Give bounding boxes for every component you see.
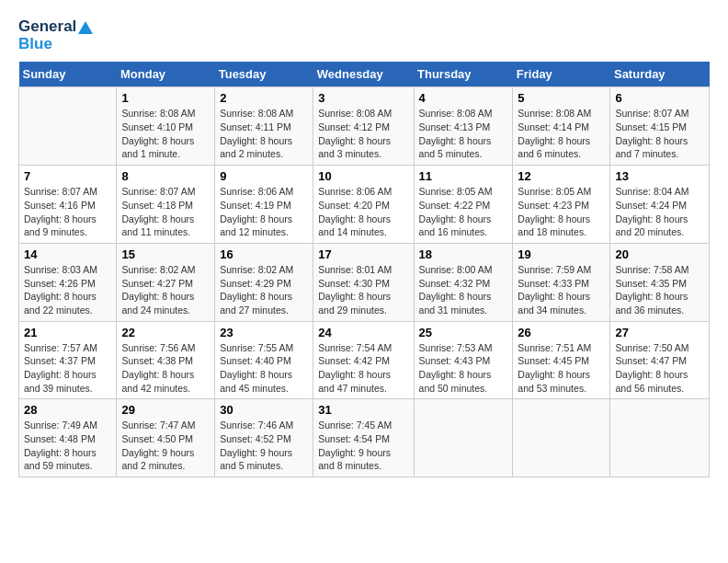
day-info: Sunrise: 8:08 AM Sunset: 4:13 PM Dayligh… xyxy=(419,107,508,161)
day-number: 10 xyxy=(318,169,408,183)
calendar-cell: 22Sunrise: 7:56 AM Sunset: 4:38 PM Dayli… xyxy=(117,321,215,399)
calendar-cell: 15Sunrise: 8:02 AM Sunset: 4:27 PM Dayli… xyxy=(117,243,215,321)
calendar-cell: 26Sunrise: 7:51 AM Sunset: 4:45 PM Dayli… xyxy=(513,321,610,399)
day-info: Sunrise: 8:08 AM Sunset: 4:10 PM Dayligh… xyxy=(121,107,210,161)
calendar-cell: 17Sunrise: 8:01 AM Sunset: 4:30 PM Dayli… xyxy=(313,243,414,321)
day-number: 2 xyxy=(220,91,308,105)
calendar-cell: 5Sunrise: 8:08 AM Sunset: 4:14 PM Daylig… xyxy=(513,87,610,166)
calendar-cell: 9Sunrise: 8:06 AM Sunset: 4:19 PM Daylig… xyxy=(215,166,313,244)
day-number: 4 xyxy=(419,91,508,105)
calendar-cell: 14Sunrise: 8:03 AM Sunset: 4:26 PM Dayli… xyxy=(19,243,117,321)
calendar-cell: 31Sunrise: 7:45 AM Sunset: 4:54 PM Dayli… xyxy=(313,399,414,477)
calendar-cell xyxy=(610,399,710,477)
calendar-cell xyxy=(513,399,610,477)
calendar-cell xyxy=(19,87,117,166)
day-number: 12 xyxy=(518,169,605,183)
calendar-cell: 30Sunrise: 7:46 AM Sunset: 4:52 PM Dayli… xyxy=(215,399,313,477)
day-info: Sunrise: 8:08 AM Sunset: 4:11 PM Dayligh… xyxy=(220,107,308,161)
day-info: Sunrise: 7:49 AM Sunset: 4:48 PM Dayligh… xyxy=(24,419,111,473)
calendar-week-1: 1Sunrise: 8:08 AM Sunset: 4:10 PM Daylig… xyxy=(19,87,710,166)
day-number: 13 xyxy=(615,169,704,183)
weekday-header-tuesday: Tuesday xyxy=(215,62,313,87)
day-number: 17 xyxy=(318,247,408,261)
calendar-table: SundayMondayTuesdayWednesdayThursdayFrid… xyxy=(18,62,710,477)
calendar-cell: 10Sunrise: 8:06 AM Sunset: 4:20 PM Dayli… xyxy=(313,166,414,244)
day-info: Sunrise: 7:45 AM Sunset: 4:54 PM Dayligh… xyxy=(318,419,408,473)
day-info: Sunrise: 7:56 AM Sunset: 4:38 PM Dayligh… xyxy=(121,341,210,396)
day-number: 9 xyxy=(220,169,308,183)
day-number: 5 xyxy=(518,91,605,105)
day-info: Sunrise: 7:47 AM Sunset: 4:50 PM Dayligh… xyxy=(121,419,210,473)
day-number: 18 xyxy=(419,247,508,261)
day-info: Sunrise: 8:05 AM Sunset: 4:23 PM Dayligh… xyxy=(518,185,605,239)
calendar-cell: 8Sunrise: 8:07 AM Sunset: 4:18 PM Daylig… xyxy=(117,166,215,244)
calendar-week-2: 7Sunrise: 8:07 AM Sunset: 4:16 PM Daylig… xyxy=(19,166,710,244)
weekday-header-saturday: Saturday xyxy=(610,62,710,87)
day-info: Sunrise: 8:08 AM Sunset: 4:14 PM Dayligh… xyxy=(518,107,605,161)
day-number: 25 xyxy=(419,326,508,339)
calendar-cell: 3Sunrise: 8:08 AM Sunset: 4:12 PM Daylig… xyxy=(313,87,414,166)
calendar-cell: 23Sunrise: 7:55 AM Sunset: 4:40 PM Dayli… xyxy=(215,321,313,399)
day-number: 1 xyxy=(121,91,210,105)
logo-text: General Blue xyxy=(18,18,93,52)
calendar-cell: 25Sunrise: 7:53 AM Sunset: 4:43 PM Dayli… xyxy=(414,321,513,399)
day-info: Sunrise: 8:07 AM Sunset: 4:15 PM Dayligh… xyxy=(615,107,704,161)
day-number: 15 xyxy=(121,247,210,261)
day-info: Sunrise: 8:00 AM Sunset: 4:32 PM Dayligh… xyxy=(419,263,508,317)
weekday-header-thursday: Thursday xyxy=(414,62,513,87)
day-info: Sunrise: 8:04 AM Sunset: 4:24 PM Dayligh… xyxy=(615,185,704,239)
calendar-cell: 28Sunrise: 7:49 AM Sunset: 4:48 PM Dayli… xyxy=(19,399,117,477)
weekday-header-row: SundayMondayTuesdayWednesdayThursdayFrid… xyxy=(19,62,710,87)
calendar-cell: 19Sunrise: 7:59 AM Sunset: 4:33 PM Dayli… xyxy=(513,243,610,321)
day-info: Sunrise: 8:01 AM Sunset: 4:30 PM Dayligh… xyxy=(318,263,408,317)
day-info: Sunrise: 7:57 AM Sunset: 4:37 PM Dayligh… xyxy=(24,341,111,396)
day-number: 19 xyxy=(518,247,605,261)
day-number: 26 xyxy=(518,326,605,339)
calendar-cell: 16Sunrise: 8:02 AM Sunset: 4:29 PM Dayli… xyxy=(215,243,313,321)
day-info: Sunrise: 8:08 AM Sunset: 4:12 PM Dayligh… xyxy=(318,107,408,161)
calendar-cell: 21Sunrise: 7:57 AM Sunset: 4:37 PM Dayli… xyxy=(19,321,117,399)
weekday-header-friday: Friday xyxy=(513,62,610,87)
day-info: Sunrise: 8:03 AM Sunset: 4:26 PM Dayligh… xyxy=(24,263,111,317)
day-number: 11 xyxy=(419,169,508,183)
day-number: 6 xyxy=(615,91,704,105)
day-info: Sunrise: 8:06 AM Sunset: 4:20 PM Dayligh… xyxy=(318,185,408,239)
day-info: Sunrise: 8:07 AM Sunset: 4:18 PM Dayligh… xyxy=(121,185,210,239)
calendar-cell: 13Sunrise: 8:04 AM Sunset: 4:24 PM Dayli… xyxy=(610,166,710,244)
logo: General Blue xyxy=(18,18,93,52)
weekday-header-monday: Monday xyxy=(117,62,215,87)
day-number: 24 xyxy=(318,326,408,339)
day-info: Sunrise: 7:54 AM Sunset: 4:42 PM Dayligh… xyxy=(318,341,408,396)
calendar-cell: 29Sunrise: 7:47 AM Sunset: 4:50 PM Dayli… xyxy=(117,399,215,477)
day-number: 23 xyxy=(220,326,308,339)
day-number: 28 xyxy=(24,403,111,417)
page-header: General Blue xyxy=(18,18,710,52)
day-number: 21 xyxy=(24,326,111,339)
day-info: Sunrise: 7:58 AM Sunset: 4:35 PM Dayligh… xyxy=(615,263,704,317)
day-number: 20 xyxy=(615,247,704,261)
day-info: Sunrise: 7:53 AM Sunset: 4:43 PM Dayligh… xyxy=(419,341,508,396)
calendar-week-4: 21Sunrise: 7:57 AM Sunset: 4:37 PM Dayli… xyxy=(19,321,710,399)
calendar-week-3: 14Sunrise: 8:03 AM Sunset: 4:26 PM Dayli… xyxy=(19,243,710,321)
day-number: 30 xyxy=(220,403,308,417)
calendar-cell: 4Sunrise: 8:08 AM Sunset: 4:13 PM Daylig… xyxy=(414,87,513,166)
calendar-cell: 12Sunrise: 8:05 AM Sunset: 4:23 PM Dayli… xyxy=(513,166,610,244)
calendar-cell: 24Sunrise: 7:54 AM Sunset: 4:42 PM Dayli… xyxy=(313,321,414,399)
day-number: 31 xyxy=(318,403,408,417)
day-info: Sunrise: 8:02 AM Sunset: 4:29 PM Dayligh… xyxy=(220,263,308,317)
calendar-cell: 1Sunrise: 8:08 AM Sunset: 4:10 PM Daylig… xyxy=(117,87,215,166)
calendar-week-5: 28Sunrise: 7:49 AM Sunset: 4:48 PM Dayli… xyxy=(19,399,710,477)
calendar-cell: 2Sunrise: 8:08 AM Sunset: 4:11 PM Daylig… xyxy=(215,87,313,166)
day-number: 27 xyxy=(615,326,704,339)
day-number: 3 xyxy=(318,91,408,105)
day-number: 7 xyxy=(24,169,111,183)
calendar-cell: 6Sunrise: 8:07 AM Sunset: 4:15 PM Daylig… xyxy=(610,87,710,166)
day-number: 14 xyxy=(24,247,111,261)
calendar-cell: 7Sunrise: 8:07 AM Sunset: 4:16 PM Daylig… xyxy=(19,166,117,244)
day-info: Sunrise: 7:50 AM Sunset: 4:47 PM Dayligh… xyxy=(615,341,704,396)
calendar-cell: 11Sunrise: 8:05 AM Sunset: 4:22 PM Dayli… xyxy=(414,166,513,244)
day-number: 29 xyxy=(121,403,210,417)
calendar-cell: 27Sunrise: 7:50 AM Sunset: 4:47 PM Dayli… xyxy=(610,321,710,399)
day-info: Sunrise: 8:07 AM Sunset: 4:16 PM Dayligh… xyxy=(24,185,111,239)
day-info: Sunrise: 8:06 AM Sunset: 4:19 PM Dayligh… xyxy=(220,185,308,239)
